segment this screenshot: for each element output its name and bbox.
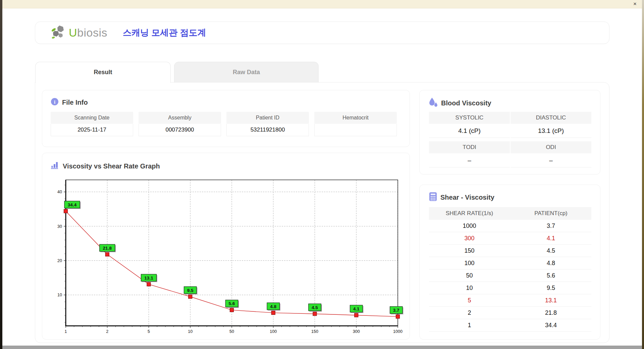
- tab-raw-data[interactable]: Raw Data: [174, 62, 319, 82]
- svg-text:4.5: 4.5: [312, 305, 318, 310]
- brand-logo: Ubiosis: [51, 25, 107, 41]
- table-row: 505.6: [429, 269, 591, 282]
- svg-text:10: 10: [188, 329, 193, 334]
- systolic-value: 4.1 (cP): [429, 124, 510, 138]
- diastolic-value: 13.1 (cP): [511, 124, 591, 138]
- shear-viscosity-title: Shear - Viscosity: [440, 194, 494, 201]
- odi-label: ODI: [511, 141, 591, 153]
- odi-value: –: [511, 153, 591, 167]
- brand-name: Ubiosis: [69, 26, 107, 39]
- svg-text:21.8: 21.8: [103, 246, 112, 251]
- table-row: 513.1: [429, 294, 591, 307]
- file-info-title: File Info: [62, 99, 88, 106]
- svg-text:1000: 1000: [393, 329, 402, 334]
- viscosity-chart: 125105010015030010001020304034.421.813.1…: [44, 175, 406, 336]
- svg-text:2: 2: [106, 329, 108, 334]
- blood-viscosity-title: Blood Viscosity: [441, 99, 491, 107]
- table-row: 134.4: [429, 319, 591, 332]
- table-row: 1004.8: [429, 257, 591, 269]
- field-label: Patient ID: [226, 112, 309, 124]
- field-value: [314, 124, 397, 136]
- diastolic-label: DIASTOLIC: [511, 112, 591, 124]
- field-scanning-date: Scanning Date 2025-11-17: [51, 112, 133, 136]
- svg-text:3.7: 3.7: [393, 308, 399, 313]
- window-title-bar: ×: [2, 0, 642, 8]
- field-assembly: Assembly 000723900: [139, 112, 221, 136]
- tab-result[interactable]: Result: [35, 62, 171, 83]
- table-row: 109.5: [429, 282, 591, 294]
- calculator-icon: [429, 192, 437, 203]
- svg-text:9.5: 9.5: [187, 288, 194, 293]
- svg-text:1: 1: [65, 329, 67, 334]
- info-icon: i: [51, 98, 59, 107]
- table-row: 10003.7: [429, 220, 591, 232]
- window-right-border: [642, 0, 644, 349]
- svg-text:5: 5: [148, 329, 150, 334]
- svg-text:4.1: 4.1: [353, 306, 360, 311]
- todi-label: TODI: [429, 141, 510, 153]
- table-row: 221.8: [429, 307, 591, 319]
- table-row: 3004.1: [429, 232, 591, 245]
- column-header-patient: PATIENT(cp): [511, 207, 591, 220]
- window-bottom-border: [0, 346, 644, 349]
- field-label: Hematocrit: [314, 112, 397, 124]
- app-title: 스캐닝 모세관 점도계: [123, 27, 206, 39]
- svg-text:300: 300: [353, 329, 360, 334]
- table-row: 1504.5: [429, 245, 591, 257]
- svg-text:i: i: [54, 99, 55, 105]
- shear-viscosity-card: Shear - Viscosity SHEAR RATE(1/s) PATIEN…: [419, 185, 600, 340]
- blood-viscosity-card: Blood Viscosity SYSTOLIC DIASTOLIC 4.1 (…: [419, 90, 600, 174]
- app-header: Ubiosis 스캐닝 모세관 점도계: [35, 21, 609, 44]
- close-icon[interactable]: ×: [631, 0, 639, 8]
- column-header-shear-rate: SHEAR RATE(1/s): [429, 207, 510, 220]
- viscosity-graph-card: Viscosity vs Shear Rate Graph 1251050100…: [42, 153, 410, 340]
- field-patient-id: Patient ID 53211921800: [226, 112, 309, 136]
- field-label: Scanning Date: [51, 112, 133, 124]
- systolic-label: SYSTOLIC: [429, 112, 510, 124]
- svg-text:150: 150: [311, 329, 318, 334]
- svg-text:100: 100: [270, 329, 277, 334]
- field-value: 53211921800: [226, 124, 309, 136]
- field-value: 2025-11-17: [51, 124, 133, 136]
- svg-text:5.6: 5.6: [229, 301, 235, 306]
- window-left-border: [0, 0, 2, 349]
- svg-text:13.1: 13.1: [144, 276, 153, 281]
- water-drops-icon: [429, 98, 438, 109]
- svg-text:10: 10: [57, 293, 62, 297]
- field-value: 000723900: [139, 124, 221, 136]
- shear-viscosity-table: SHEAR RATE(1/s) PATIENT(cp) 10003.7 3004…: [429, 207, 591, 332]
- bar-chart-icon: [51, 161, 59, 171]
- ubiosis-logo-icon: [51, 25, 66, 41]
- file-info-card: i File Info Scanning Date 2025-11-17 Ass…: [42, 90, 410, 147]
- field-label: Assembly: [139, 112, 221, 124]
- svg-text:40: 40: [57, 190, 62, 194]
- todi-value: –: [429, 153, 510, 167]
- graph-title: Viscosity vs Shear Rate Graph: [63, 162, 160, 170]
- svg-text:50: 50: [229, 329, 234, 334]
- svg-text:20: 20: [57, 258, 62, 263]
- svg-text:30: 30: [57, 224, 62, 229]
- svg-text:34.4: 34.4: [68, 202, 77, 207]
- svg-text:4.8: 4.8: [270, 304, 276, 309]
- field-hematocrit: Hematocrit: [314, 112, 397, 136]
